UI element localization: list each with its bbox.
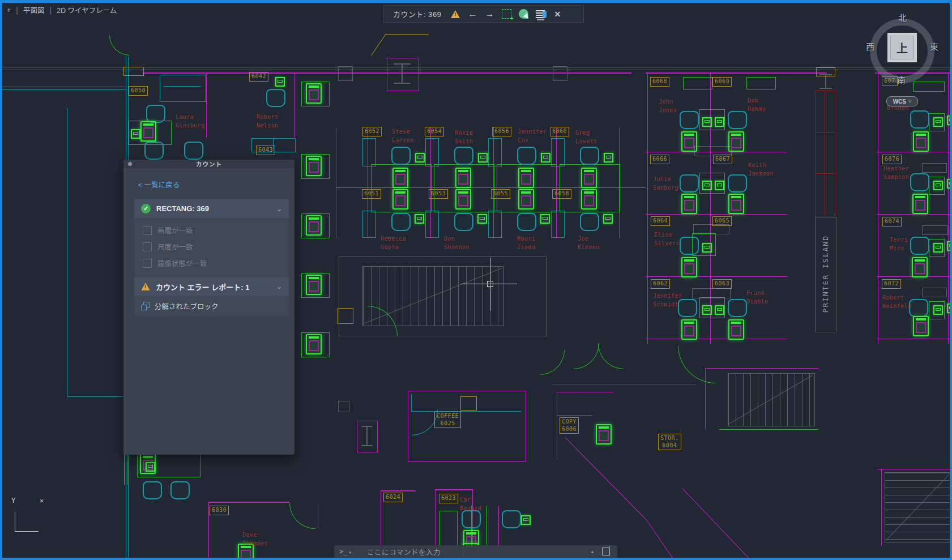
counted-block[interactable]	[715, 181, 724, 190]
counted-block[interactable]	[477, 214, 487, 224]
workstation-block[interactable]	[518, 168, 534, 188]
printer-island-text: PRINTER ISLAND	[821, 235, 830, 313]
outline-rect	[913, 82, 945, 92]
counted-block[interactable]	[131, 129, 140, 139]
workstation-block[interactable]	[518, 189, 534, 210]
command-prompt-icon: >_	[339, 548, 347, 555]
viewcube-top-face[interactable]: 上	[887, 33, 917, 62]
counted-block[interactable]	[933, 305, 943, 315]
workstation-block[interactable]	[681, 194, 697, 214]
viewcube-north[interactable]: 北	[898, 11, 907, 23]
counted-block[interactable]	[947, 179, 952, 189]
checkbox-label: 鏡像状態が一致	[157, 258, 207, 268]
counted-block[interactable]	[933, 243, 943, 253]
workstation-block[interactable]	[681, 319, 697, 340]
workstation-block[interactable]	[306, 83, 322, 104]
counted-block[interactable]	[933, 181, 943, 190]
counted-block[interactable]	[702, 117, 712, 127]
counted-block[interactable]	[415, 153, 425, 163]
workstation-block[interactable]	[912, 257, 928, 277]
workstation-block[interactable]	[913, 316, 929, 336]
mirror-match-checkbox[interactable]	[143, 259, 152, 268]
workstation-block[interactable]	[392, 189, 408, 210]
scale-match-checkbox[interactable]	[143, 242, 152, 251]
counted-block[interactable]	[947, 303, 952, 313]
counted-block[interactable]	[541, 153, 550, 163]
create-table-button[interactable]	[532, 7, 549, 21]
workstation-block[interactable]	[581, 168, 597, 188]
chevron-down-icon: ▾	[349, 550, 351, 555]
counted-block[interactable]	[702, 305, 712, 315]
counted-block[interactable]	[715, 305, 724, 315]
viewcube-east[interactable]: 東	[930, 40, 938, 52]
autocad-window: 6050604260436052605460566060605160536055…	[0, 0, 952, 560]
workstation-block[interactable]	[681, 131, 697, 152]
customize-icon[interactable]	[602, 548, 610, 555]
counted-block[interactable]	[540, 214, 550, 224]
count-result-label: RECTANG: 369	[156, 204, 209, 213]
count-result-header[interactable]: ✓ RECTANG: 369 ⌄	[134, 199, 289, 218]
previous-instance-button[interactable]: ←	[464, 7, 481, 21]
viewport-expand-control[interactable]: +	[7, 6, 11, 14]
office-chair	[680, 237, 699, 255]
back-to-list-link[interactable]: < 一覧に戻る	[138, 179, 180, 190]
close-count-button[interactable]: ✕	[549, 7, 566, 21]
counted-block[interactable]	[146, 462, 155, 472]
workstation-block[interactable]	[913, 131, 929, 152]
command-input-placeholder[interactable]: ここにコマンドを入力	[367, 546, 441, 557]
viewcube-south[interactable]: 南	[897, 74, 906, 86]
workstation-block[interactable]	[392, 168, 408, 188]
expand-history-icon[interactable]: ▲	[590, 549, 595, 554]
next-instance-button[interactable]: →	[481, 7, 498, 21]
chevron-down-icon: ⌄	[276, 205, 282, 213]
wall-segment	[646, 72, 827, 74]
visual-style-control[interactable]: 2D ワイヤフレーム	[57, 5, 117, 15]
workstation-block[interactable]	[306, 156, 322, 176]
ucs-x-label: ✕	[40, 497, 44, 505]
counted-block[interactable]	[604, 153, 613, 163]
workstation-block[interactable]	[728, 131, 744, 152]
workstation-block[interactable]	[140, 121, 156, 142]
outline-rect	[551, 138, 565, 166]
command-bar[interactable]: >_ ▾ ここにコマンドを入力 ▲	[334, 545, 617, 558]
workstation-block[interactable]	[581, 189, 597, 210]
workstation-block[interactable]	[728, 319, 744, 340]
counted-block[interactable]	[415, 214, 424, 224]
workstation-block[interactable]	[912, 194, 928, 214]
counted-block[interactable]	[947, 241, 952, 251]
layer-match-checkbox[interactable]	[143, 226, 152, 235]
count-warning-button[interactable]	[447, 7, 464, 21]
counted-block[interactable]	[603, 214, 613, 224]
wall-segment	[877, 469, 952, 469]
counted-block[interactable]	[933, 117, 943, 127]
room-tag: 6055	[491, 189, 510, 199]
counted-block[interactable]	[275, 77, 285, 87]
workstation-block[interactable]	[306, 275, 322, 295]
workstation-block[interactable]	[455, 168, 471, 188]
count-panel-titlebar[interactable]: カウント	[123, 160, 294, 168]
counted-block[interactable]	[702, 243, 712, 253]
error-item-row[interactable]: 分解されたブロック	[134, 296, 289, 316]
view-control[interactable]: 平面図	[23, 5, 45, 15]
office-chair	[502, 510, 521, 528]
workstation-block[interactable]	[728, 194, 744, 214]
error-report-header[interactable]: カウント エラー レポート: 1 ⌄	[134, 277, 289, 296]
counted-block[interactable]	[521, 515, 531, 525]
workstation-block[interactable]	[681, 257, 697, 277]
counted-block[interactable]	[702, 181, 712, 190]
room-tag: 6065	[712, 216, 732, 226]
workstation-block[interactable]	[596, 424, 612, 444]
workstation-block[interactable]	[306, 334, 322, 354]
counted-block[interactable]	[478, 153, 488, 163]
wcs-dropdown[interactable]: WCS ▽	[886, 96, 918, 106]
counted-block[interactable]	[715, 117, 724, 127]
office-chair	[184, 142, 203, 160]
employee-name: Steve Larson	[392, 128, 414, 144]
workstation-block[interactable]	[306, 215, 322, 236]
workstation-block[interactable]	[455, 189, 471, 210]
insert-field-button[interactable]	[515, 7, 532, 21]
counted-block[interactable]	[947, 116, 952, 125]
viewcube-west[interactable]: 西	[866, 40, 874, 52]
wall-segment	[143, 67, 144, 75]
select-counted-button[interactable]	[498, 7, 515, 21]
